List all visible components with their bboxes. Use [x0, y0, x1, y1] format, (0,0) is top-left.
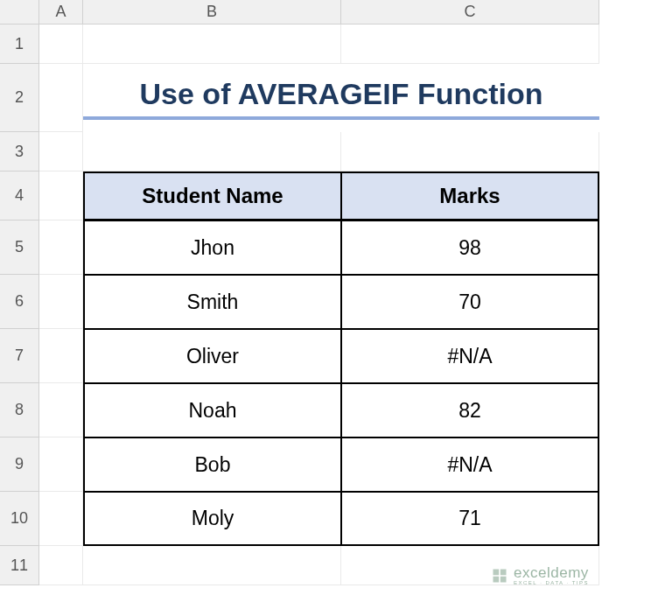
cell-a6[interactable] [39, 275, 83, 329]
watermark-text: exceldemy EXCEL · DATA · TIPS [514, 565, 589, 585]
cell-c3[interactable] [341, 132, 599, 172]
col-header-c[interactable]: C [341, 0, 599, 24]
table-row[interactable]: Bob [83, 438, 341, 492]
cell-a7[interactable] [39, 329, 83, 383]
table-row[interactable]: Moly [83, 492, 341, 546]
table-row[interactable]: Noah [83, 383, 341, 438]
table-row[interactable]: 71 [341, 492, 599, 546]
table-row[interactable]: 82 [341, 383, 599, 438]
row-header-5[interactable]: 5 [0, 220, 39, 275]
title-cell[interactable]: Use of AVERAGEIF Function [83, 64, 599, 132]
cell-b1[interactable] [83, 24, 341, 64]
cell-a5[interactable] [39, 220, 83, 275]
cell-a9[interactable] [39, 438, 83, 492]
table-header-marks[interactable]: Marks [341, 172, 599, 220]
row-header-6[interactable]: 6 [0, 275, 39, 329]
row-header-2[interactable]: 2 [0, 64, 39, 132]
cell-b11[interactable] [83, 546, 341, 585]
row-header-3[interactable]: 3 [0, 132, 39, 172]
cell-a3[interactable] [39, 132, 83, 172]
table-row[interactable]: #N/A [341, 438, 599, 492]
row-header-7[interactable]: 7 [0, 329, 39, 383]
cell-a8[interactable] [39, 383, 83, 438]
col-header-a[interactable]: A [39, 0, 83, 24]
cell-a11[interactable] [39, 546, 83, 585]
cell-a10[interactable] [39, 492, 83, 546]
cell-a1[interactable] [39, 24, 83, 64]
watermark-main: exceldemy [514, 565, 589, 580]
cell-a4[interactable] [39, 172, 83, 220]
row-header-8[interactable]: 8 [0, 383, 39, 438]
watermark: exceldemy EXCEL · DATA · TIPS [491, 565, 589, 585]
row-header-11[interactable]: 11 [0, 546, 39, 585]
row-header-10[interactable]: 10 [0, 492, 39, 546]
table-row[interactable]: Jhon [83, 220, 341, 275]
cell-b3[interactable] [83, 132, 341, 172]
table-row[interactable]: 98 [341, 220, 599, 275]
table-row[interactable]: 70 [341, 275, 599, 329]
table-row[interactable]: #N/A [341, 329, 599, 383]
cell-a2[interactable] [39, 64, 83, 132]
spreadsheet-grid: A B C 1 2 Use of AVERAGEIF Function 3 4 … [0, 0, 672, 585]
cell-c1[interactable] [341, 24, 599, 64]
page-title: Use of AVERAGEIF Function [83, 77, 599, 120]
table-header-name[interactable]: Student Name [83, 172, 341, 220]
row-header-9[interactable]: 9 [0, 438, 39, 492]
row-header-4[interactable]: 4 [0, 172, 39, 220]
watermark-sub: EXCEL · DATA · TIPS [514, 580, 589, 585]
table-row[interactable]: Smith [83, 275, 341, 329]
table-row[interactable]: Oliver [83, 329, 341, 383]
col-header-b[interactable]: B [83, 0, 341, 24]
row-header-1[interactable]: 1 [0, 24, 39, 64]
corner-cell[interactable] [0, 0, 39, 24]
exceldemy-logo-icon [491, 567, 508, 584]
